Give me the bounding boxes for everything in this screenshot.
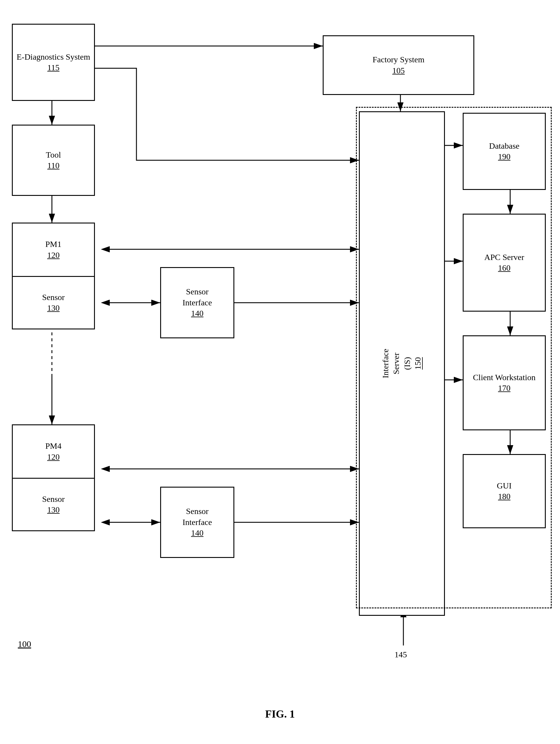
tool-number: 110 (47, 160, 59, 171)
sensor-interface-top-box: SensorInterface 140 (160, 267, 234, 338)
sensor-bottom-box: Sensor 130 (12, 478, 95, 531)
pm4-box: PM4 120 (12, 424, 95, 478)
diagram: E-Diagnostics System 115 Factory System … (0, 0, 560, 744)
gui-number: 180 (498, 491, 511, 502)
tool-box: Tool 110 (12, 125, 95, 196)
apc-server-label: APC Server (484, 252, 524, 263)
gui-label: GUI (497, 480, 512, 491)
pm1-box: PM1 120 (12, 223, 95, 276)
e-diagnostics-box: E-Diagnostics System 115 (12, 24, 95, 101)
diagram-number: 100 (18, 639, 31, 649)
pm4-label: PM4 (45, 441, 62, 451)
database-label: Database (489, 141, 520, 151)
tool-label: Tool (46, 150, 61, 160)
sensor-top-number: 130 (47, 303, 59, 313)
factory-system-number: 105 (392, 65, 405, 76)
factory-system-label: Factory System (372, 54, 425, 65)
sensor-interface-bottom-box: SensorInterface 140 (160, 487, 234, 558)
sensor-bottom-number: 130 (47, 505, 59, 515)
e-diagnostics-number: 115 (47, 62, 59, 73)
apc-server-number: 160 (498, 263, 511, 273)
pm4-number: 120 (47, 452, 59, 462)
sensor-top-box: Sensor 130 (12, 276, 95, 329)
gui-box: GUI 180 (463, 454, 546, 528)
sensor-interface-top-label: SensorInterface (183, 286, 212, 308)
client-workstation-label: Client Workstation (473, 372, 535, 383)
factory-system-box: Factory System 105 (323, 35, 474, 95)
sensor-interface-bottom-label: SensorInterface (183, 506, 212, 528)
database-number: 190 (498, 151, 511, 162)
sensor-top-label: Sensor (42, 292, 65, 303)
sensor-interface-top-number: 140 (191, 308, 203, 319)
e-diagnostics-label: E-Diagnostics System (16, 52, 90, 62)
sensor-interface-bottom-number: 140 (191, 528, 203, 538)
fig-label: FIG. 1 (265, 708, 295, 720)
ref-145-label: 145 (395, 650, 407, 660)
apc-server-box: APC Server 160 (463, 214, 546, 311)
pm1-label: PM1 (45, 239, 62, 250)
sensor-bottom-label: Sensor (42, 494, 65, 505)
database-box: Database 190 (463, 113, 546, 190)
client-workstation-number: 170 (498, 383, 511, 394)
pm1-number: 120 (47, 250, 59, 261)
client-workstation-box: Client Workstation 170 (463, 335, 546, 430)
